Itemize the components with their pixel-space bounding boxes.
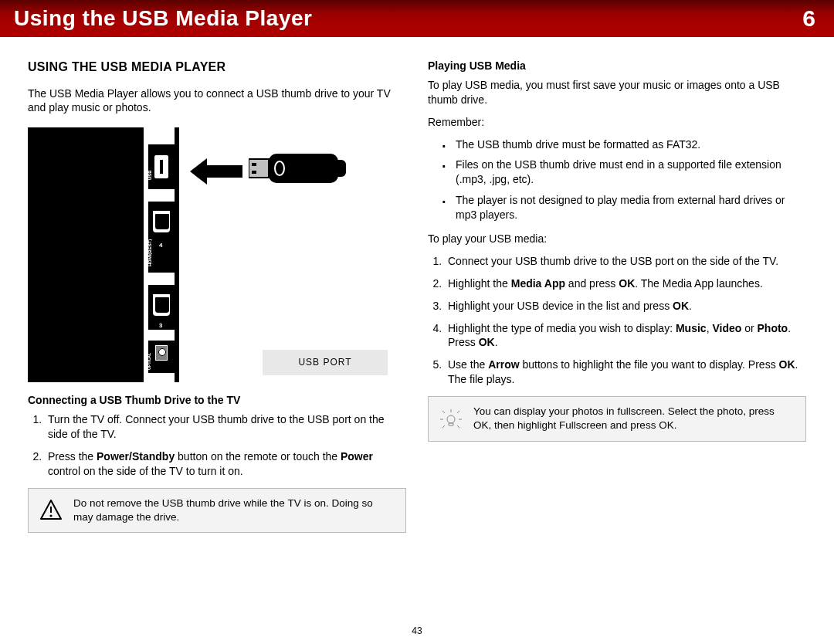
svg-rect-1 [249,159,269,178]
remember-list: The USB thumb drive must be formatted as… [428,137,806,222]
step-text: Turn the TV off. Connect your USB thumb … [48,413,385,440]
step-text: and press [565,277,619,290]
optical-port-icon [155,345,168,361]
svg-marker-0 [190,158,242,185]
usb-thumb-drive-icon [249,149,349,188]
list-item: Connect your USB thumb drive to the USB … [445,254,806,269]
warning-text: Do not remove the USB thumb drive while … [73,497,395,524]
step-text: Highlight your USB device in the list an… [448,300,673,312]
list-item: Files on the USB thumb drive must end in… [445,158,806,187]
bold-term: Arrow [488,358,519,371]
step-text: buttons to highlight the file you want t… [520,358,779,371]
svg-rect-5 [332,160,346,177]
svg-rect-4 [269,154,338,183]
svg-point-9 [49,514,52,517]
bold-term: OK [479,336,495,348]
svg-line-17 [457,425,459,428]
left-column: Using the USB Media Player The USB Media… [28,59,406,533]
svg-line-15 [457,411,459,413]
banner-title: Using the USB Media Player [14,6,312,31]
step-text: Use the [448,358,488,371]
hdmi-port-icon [153,294,170,316]
svg-rect-3 [252,171,256,174]
port-label-optical: OPTICAL [147,353,152,370]
page-columns: Using the USB Media Player The USB Media… [0,37,834,533]
svg-line-16 [442,425,445,428]
list-item: Turn the TV off. Connect your USB thumb … [45,412,406,442]
step-text: Highlight the type of media you wish to … [448,322,676,334]
svg-line-14 [442,411,445,413]
steps-connecting: Turn the TV off. Connect your USB thumb … [28,412,406,479]
list-item: Press the Power/Standby button on the re… [45,449,406,479]
list-item: Use the Arrow buttons to highlight the f… [445,358,806,387]
warning-note: Do not remove the USB thumb drive while … [28,488,406,533]
warning-icon [39,499,63,522]
list-item: Highlight your USB device in the list an… [445,299,806,314]
tip-text: You can display your photos in fullscree… [473,405,795,432]
bold-term: OK [619,277,635,290]
step-text: . [689,300,692,312]
arrow-left-icon [190,158,242,185]
subheading-connecting: Connecting a USB Thumb Drive to the TV [28,393,406,408]
svg-point-10 [447,415,455,423]
port-label-hdmi: HDMI(BEST) [147,239,153,266]
bold-term: OK [779,358,795,371]
steps-playing: Connect your USB thumb drive to the USB … [428,254,806,387]
step-text: Highlight the [448,277,511,290]
tip-note: You can display your photos in fullscree… [428,396,806,441]
paragraph: To play USB media, you must first save y… [428,78,806,107]
step-text: Press the [48,450,97,463]
step-text: button on the remote or touch the [175,450,341,463]
port-label-usb: USB [147,171,153,181]
list-item: The USB thumb drive must be formatted as… [445,137,806,152]
step-text: control on the side of the TV to turn it… [48,465,243,477]
hdmi-num-3: 3 [159,322,162,330]
step-text: . [495,336,498,348]
bold-term: Power [341,450,373,463]
list-item: Highlight the type of media you wish to … [445,321,806,351]
intro-paragraph: The USB Media Player allows you to conne… [28,86,406,116]
lightbulb-icon [439,407,463,430]
banner-chapter-number: 6 [802,5,815,32]
bold-term: Photo [758,322,788,334]
right-column: Playing USB Media To play USB media, you… [428,59,806,533]
bold-term: Music [676,322,707,334]
page-number: 43 [0,625,834,636]
paragraph: To play your USB media: [428,232,806,246]
svg-rect-2 [252,163,256,166]
section-heading: Using the USB Media Player [28,59,406,76]
chapter-banner: Using the USB Media Player 6 [0,0,834,37]
step-text: . The Media App launches. [635,277,763,290]
step-text: or [741,322,757,334]
bold-term: Media App [511,277,565,290]
list-item: Highlight the Media App and press OK. Th… [445,276,806,291]
paragraph: Remember: [428,115,806,130]
list-item: The player is not designed to play media… [445,193,806,222]
bold-term: Power/Standby [97,450,175,463]
figure-caption: USB PORT [263,350,388,375]
figure-usb-connection: USB 4 HDMI(BEST) 3 OPTICAL [28,127,406,382]
hdmi-num-4: 4 [159,242,162,250]
subheading-playing: Playing USB Media [428,59,806,73]
tv-side-panel [28,127,144,382]
hdmi-port-icon [153,211,170,232]
usb-slot-icon [154,155,168,178]
bold-term: Video [712,322,741,334]
bold-term: OK [673,300,689,312]
